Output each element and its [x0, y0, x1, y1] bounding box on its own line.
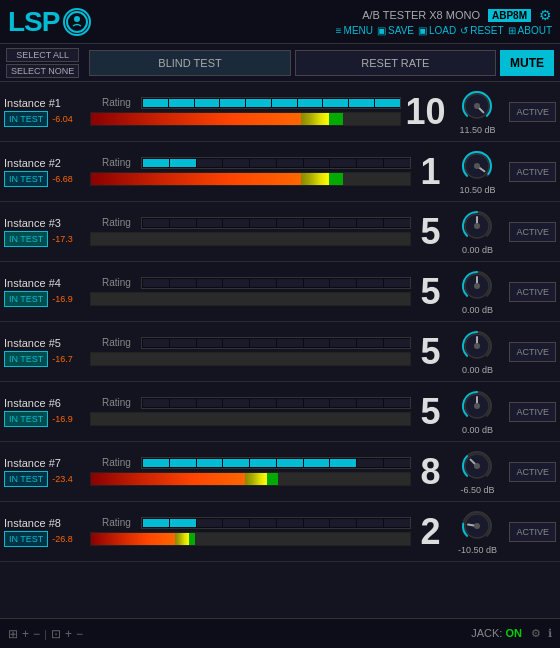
- rating-cell: [250, 339, 276, 347]
- meter-red: [91, 113, 301, 125]
- right-section: 5 0.00 dB ACTIVE: [415, 208, 556, 255]
- rating-cell: [246, 99, 271, 107]
- big-number: 5: [415, 334, 445, 370]
- rating-cell: [220, 99, 245, 107]
- knob[interactable]: [459, 388, 495, 424]
- active-button[interactable]: ACTIVE: [509, 462, 556, 482]
- footer-add-icon[interactable]: +: [22, 627, 29, 641]
- active-button[interactable]: ACTIVE: [509, 402, 556, 422]
- rating-bar[interactable]: [141, 277, 411, 289]
- rating-bar[interactable]: [141, 457, 411, 469]
- in-test-badge[interactable]: IN TEST: [4, 471, 48, 487]
- nav-menu[interactable]: ≡ MENU: [336, 25, 373, 36]
- knob[interactable]: [459, 508, 495, 544]
- nav-reset[interactable]: ↺ RESET: [460, 25, 503, 36]
- active-button[interactable]: ACTIVE: [509, 522, 556, 542]
- meter-yellow: [245, 473, 267, 485]
- in-test-badge[interactable]: IN TEST: [4, 231, 48, 247]
- nav-load[interactable]: ▣ LOAD: [418, 25, 456, 36]
- settings-icon[interactable]: ⚙: [539, 7, 552, 23]
- active-button[interactable]: ACTIVE: [509, 222, 556, 242]
- active-button[interactable]: ACTIVE: [509, 282, 556, 302]
- rating-cell: [223, 159, 249, 167]
- rating-cell: [357, 399, 383, 407]
- reset-rate-button[interactable]: RESET RATE: [295, 50, 496, 76]
- instance-name: Instance #6: [4, 397, 94, 409]
- rating-cell: [357, 279, 383, 287]
- meter-gray: [91, 293, 410, 305]
- footer-monitor-icon[interactable]: ⊞: [8, 627, 18, 641]
- rating-cell: [304, 219, 330, 227]
- nav-save[interactable]: ▣ SAVE: [377, 25, 414, 36]
- rating-cell: [197, 339, 223, 347]
- nav-about[interactable]: ⊞ ABOUT: [508, 25, 552, 36]
- meter-gray: [343, 113, 400, 125]
- meter-green: [329, 113, 343, 125]
- meter-container: [90, 412, 411, 426]
- footer-controls: ⊞ + − | ⊡ + −: [8, 627, 83, 641]
- in-test-badge[interactable]: IN TEST: [4, 111, 48, 127]
- rating-bar[interactable]: [141, 217, 411, 229]
- jack-settings-icon[interactable]: ⚙: [531, 627, 541, 639]
- rating-cell: [277, 519, 303, 527]
- knob[interactable]: [459, 208, 495, 244]
- rating-cell: [250, 519, 276, 527]
- rating-bar[interactable]: [141, 97, 401, 109]
- meter-yellow: [301, 113, 329, 125]
- db-value: -6.68: [52, 174, 86, 184]
- footer-minus-icon[interactable]: −: [33, 627, 40, 641]
- in-test-badge[interactable]: IN TEST: [4, 531, 48, 547]
- rating-bar[interactable]: [141, 517, 411, 529]
- active-button[interactable]: ACTIVE: [509, 342, 556, 362]
- rating-cell: [170, 399, 196, 407]
- meter-container: [90, 472, 411, 486]
- rating-bar[interactable]: [141, 157, 411, 169]
- rating-cell: [304, 279, 330, 287]
- in-test-badge[interactable]: IN TEST: [4, 171, 48, 187]
- jack-info-icon[interactable]: ℹ: [548, 627, 552, 639]
- rating-cell: [170, 279, 196, 287]
- instances-list: Instance #1 Rating IN TEST -6.04 10: [0, 82, 560, 618]
- knob[interactable]: [459, 328, 495, 364]
- rating-cell: [250, 159, 276, 167]
- rating-cell: [277, 339, 303, 347]
- rating-label: Rating: [102, 157, 137, 168]
- knob[interactable]: [459, 448, 495, 484]
- meter-bg: [91, 113, 400, 125]
- svg-point-19: [474, 403, 480, 409]
- knob-db: 0.00 dB: [462, 245, 493, 255]
- footer-add2-icon[interactable]: +: [65, 627, 72, 641]
- meter-container: [90, 532, 411, 546]
- in-test-badge[interactable]: IN TEST: [4, 411, 48, 427]
- svg-point-16: [474, 343, 480, 349]
- footer-minus2-icon[interactable]: −: [76, 627, 83, 641]
- big-number: 5: [415, 394, 445, 430]
- mute-button[interactable]: MUTE: [500, 50, 554, 76]
- rating-bar[interactable]: [141, 397, 411, 409]
- svg-point-10: [474, 223, 480, 229]
- rating-bar[interactable]: [141, 337, 411, 349]
- active-button[interactable]: ACTIVE: [509, 162, 556, 182]
- blind-test-button[interactable]: BLIND TEST: [89, 50, 290, 76]
- meter-gray: [91, 233, 410, 245]
- active-button[interactable]: ACTIVE: [509, 102, 556, 122]
- row-top: Instance #7 Rating: [4, 457, 411, 469]
- right-section: 2 -10.50 dB ACTIVE: [415, 508, 556, 555]
- big-number: 10: [405, 94, 445, 130]
- rating-cell: [384, 339, 410, 347]
- footer-sep1: |: [44, 628, 47, 640]
- in-test-badge[interactable]: IN TEST: [4, 291, 48, 307]
- knob[interactable]: [459, 268, 495, 304]
- rating-cell: [170, 219, 196, 227]
- knob[interactable]: [459, 148, 495, 184]
- footer-folder-icon[interactable]: ⊡: [51, 627, 61, 641]
- rating-cell: [250, 399, 276, 407]
- rating-cell: [197, 459, 223, 467]
- knob[interactable]: [459, 88, 495, 124]
- select-none-button[interactable]: SELECT NONE: [6, 64, 79, 78]
- nav-load-label: LOAD: [429, 25, 456, 36]
- rating-cell: [304, 459, 330, 467]
- rating-cell: [143, 279, 169, 287]
- in-test-badge[interactable]: IN TEST: [4, 351, 48, 367]
- select-all-button[interactable]: SELECT ALL: [6, 48, 79, 62]
